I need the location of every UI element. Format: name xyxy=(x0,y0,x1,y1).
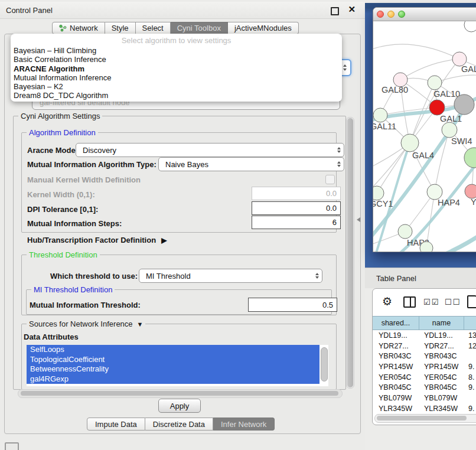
network-node-Y-partial[interactable] xyxy=(465,184,476,198)
close-window-icon[interactable] xyxy=(377,11,384,18)
column-header[interactable]: shared... xyxy=(373,317,419,330)
tab-impute-data[interactable]: Impute Data xyxy=(87,418,145,431)
table-cell: YDL19... xyxy=(373,330,419,341)
network-node-GAL4[interactable] xyxy=(401,134,419,152)
combo-arrows-icon xyxy=(337,158,341,171)
sources-title: Sources for Network Inference xyxy=(29,319,133,328)
algorithm-option[interactable]: ARACNE Algorithm xyxy=(11,64,342,73)
table-cell: YDL19... xyxy=(419,330,464,341)
close-panel-icon[interactable]: ✕ xyxy=(348,4,356,15)
network-node-HAP2[interactable] xyxy=(398,224,412,239)
table-row[interactable]: YBL079WYBL079W xyxy=(373,393,476,403)
network-canvas[interactable]: GALGAL80GAL10GAL1GAL11SWI4GAL4HAP4YGCY1H… xyxy=(373,21,476,252)
network-node-node-partial-bottom[interactable] xyxy=(420,242,433,252)
algorithm-option[interactable]: Bayesian – Hill Climbing xyxy=(11,46,342,55)
network-node-GCY1[interactable] xyxy=(373,186,384,200)
combo-arrows-icon xyxy=(337,144,341,156)
table-cell xyxy=(464,393,476,403)
table-row[interactable]: YPR145WYPR145W9. xyxy=(373,361,476,372)
table-row[interactable]: YDR27...YDR27...12 xyxy=(373,341,476,351)
attribute-item[interactable]: SelfLoops xyxy=(27,345,319,355)
tab-network[interactable]: Network xyxy=(52,22,105,34)
mi-algorithm-type-combobox[interactable]: Naive Bayes xyxy=(158,157,344,171)
table-cell: YDR27... xyxy=(419,341,464,351)
mi-threshold-field[interactable]: 0.5 xyxy=(248,298,337,312)
table-cell: 12 xyxy=(464,341,476,351)
aracne-mode-combobox[interactable]: Discovery xyxy=(76,143,344,157)
network-node-GAL10[interactable] xyxy=(428,76,442,90)
tab-discretize-data[interactable]: Discretize Data xyxy=(145,418,213,431)
network-graph[interactable]: GALGAL80GAL10GAL1GAL11SWI4GAL4HAP4YGCY1H… xyxy=(373,21,476,252)
kernel-width-field[interactable]: 0.0 xyxy=(252,187,341,200)
attribute-list-scrollbar[interactable] xyxy=(321,347,328,381)
tab-label: Infer Network xyxy=(221,420,266,429)
settings-vertical-scrollbar[interactable] xyxy=(346,117,354,389)
table-panel-title: Table Panel xyxy=(376,274,416,283)
column-header[interactable]: name xyxy=(419,317,464,330)
tab-select[interactable]: Select xyxy=(136,22,171,34)
network-node-node-gray[interactable] xyxy=(454,94,474,115)
attribute-item[interactable]: TopologicalCoefficient xyxy=(27,355,319,365)
mi-algorithm-type-label: Mutual Information Algorithm Type: xyxy=(27,160,157,169)
which-threshold-combobox[interactable]: MI Threshold xyxy=(139,269,322,283)
column-layout-icon[interactable] xyxy=(403,296,416,308)
minimize-window-icon[interactable] xyxy=(387,11,395,18)
network-window-titlebar[interactable] xyxy=(373,8,476,21)
gear-icon[interactable]: ⚙ xyxy=(382,295,392,308)
table-cell: YDR27... xyxy=(373,341,419,351)
algorithm-option[interactable]: Dream8 DC_TDC Algorithm xyxy=(11,91,342,100)
apply-button[interactable]: Apply xyxy=(158,399,201,413)
mi-algorithm-type-value: Naive Bayes xyxy=(165,160,208,169)
table-row[interactable]: YDL19...YDL19...13 xyxy=(373,330,476,341)
float-panel-icon[interactable] xyxy=(331,7,339,15)
threshold-definition-title: Threshold Definition xyxy=(27,250,100,259)
network-window[interactable]: GALGAL80GAL10GAL1GAL11SWI4GAL4HAP4YGCY1H… xyxy=(373,7,476,252)
which-threshold-label: Which threshold to use: xyxy=(50,272,138,281)
node-label-GAL4: GAL4 xyxy=(412,151,434,160)
table-row[interactable]: YBR045CYBR045C9. xyxy=(373,382,476,393)
tab-jactivemnodules[interactable]: jActiveMNodules xyxy=(228,22,299,34)
table-cell: 8. xyxy=(464,372,476,383)
table-horizontal-scrollbar[interactable] xyxy=(374,414,476,423)
table-row[interactable]: YER054CYER054C8. xyxy=(373,372,476,383)
tab-cyni-toolbox[interactable]: Cyni Toolbox xyxy=(171,22,228,34)
data-attributes-list[interactable]: SelfLoopsTopologicalCoefficientBetweenne… xyxy=(27,345,328,386)
algorithm-option[interactable]: Bayesian – K2 xyxy=(11,82,342,91)
attribute-item[interactable]: gal4RGexp xyxy=(27,374,319,384)
table-cell: YBL079W xyxy=(419,393,464,403)
table-cell: YER054C xyxy=(373,372,419,383)
table-row[interactable]: YLR345WYLR345W9. xyxy=(373,403,476,414)
document-icon[interactable] xyxy=(467,295,476,308)
zoom-window-icon[interactable] xyxy=(398,11,405,18)
hub-definition-expander[interactable]: Hub/Transcription Factor Definition ▶ xyxy=(27,236,167,244)
network-node-GAL11[interactable] xyxy=(373,108,387,122)
sources-title-row[interactable]: Sources for Network Inference ▼ xyxy=(27,319,145,328)
settings-horizontal-scrollbar[interactable] xyxy=(18,389,343,398)
tab-label: Select xyxy=(142,24,164,32)
node-label-SWI4: SWI4 xyxy=(451,136,472,146)
table-cell: YBL079W xyxy=(373,393,419,403)
mi-threshold-label: Mutual Information Threshold: xyxy=(30,301,141,310)
tab-style[interactable]: Style xyxy=(105,22,136,34)
network-node-SWI4[interactable] xyxy=(442,122,457,138)
manual-kernel-width-checkbox[interactable] xyxy=(325,175,335,184)
select-all-checkboxes-icon[interactable]: ☑☑ xyxy=(423,298,439,306)
network-node-node-big-green[interactable] xyxy=(464,148,476,168)
tab-infer-network[interactable]: Infer Network xyxy=(213,418,275,431)
splitter-collapse-icon[interactable] xyxy=(357,217,360,222)
attribute-item[interactable]: BetweennessCentrality xyxy=(27,364,319,374)
node-label-GAL: GAL xyxy=(461,64,476,74)
spinner-down-icon xyxy=(343,69,347,71)
algorithm-option[interactable]: Basic Correlation Inference xyxy=(11,55,342,64)
mi-steps-field[interactable]: 6 xyxy=(252,216,341,229)
network-node-GAL1[interactable] xyxy=(429,100,445,115)
node-label-GAL80: GAL80 xyxy=(382,85,408,94)
algorithm-option[interactable]: Mutual Information Inference xyxy=(11,73,342,82)
column-header[interactable] xyxy=(464,317,476,330)
network-node-node-partial-top[interactable] xyxy=(464,21,476,32)
minimized-panel-icon[interactable] xyxy=(5,442,19,450)
deselect-all-checkboxes-icon[interactable]: ☐☐ xyxy=(445,298,461,306)
table-row[interactable]: YBR043CYBR043C xyxy=(373,351,476,361)
dpi-tolerance-field[interactable]: 0.0 xyxy=(252,201,341,215)
which-threshold-value: MI Threshold xyxy=(146,272,191,281)
